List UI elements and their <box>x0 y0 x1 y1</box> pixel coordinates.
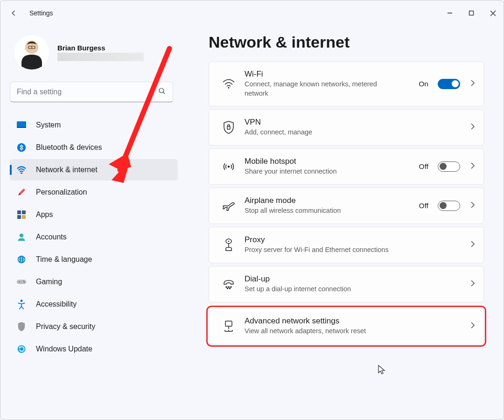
svg-point-29 <box>228 165 230 167</box>
card-title: Mobile hotspot <box>245 157 414 166</box>
svg-point-27 <box>228 87 229 88</box>
wifi-icon <box>217 79 240 89</box>
nav-label: Accessibility <box>36 300 77 308</box>
chevron-right-icon <box>470 162 475 171</box>
card-desc: Stop all wireless communication <box>245 206 394 215</box>
svg-rect-18 <box>22 215 26 219</box>
card-title: Dial-up <box>245 274 466 284</box>
gaming-icon <box>16 277 27 287</box>
nav-label: Network & internet <box>36 166 98 174</box>
hotspot-toggle[interactable] <box>438 161 460 172</box>
nav-label: Windows Update <box>36 345 92 353</box>
card-desc: Proxy server for Wi-Fi and Ethernet conn… <box>245 245 394 254</box>
svg-point-14 <box>21 172 22 174</box>
sidebar-item-bluetooth[interactable]: Bluetooth & devices <box>10 137 178 158</box>
accessibility-icon <box>16 299 27 309</box>
card-proxy[interactable]: Proxy Proxy server for Wi-Fi and Etherne… <box>209 227 484 263</box>
network-icon <box>16 165 27 175</box>
sidebar-item-apps[interactable]: Apps <box>10 204 178 225</box>
main-content: Network & internet Wi-Fi Connect, manage… <box>187 26 504 420</box>
user-name: Brian Burgess <box>57 44 144 52</box>
nav-label: Time & language <box>36 255 92 264</box>
settings-window: Settings <box>0 0 504 420</box>
nav-label: Gaming <box>36 278 62 286</box>
paint-icon <box>16 187 27 197</box>
sidebar-item-accounts[interactable]: Accounts <box>10 226 178 248</box>
wifi-toggle[interactable] <box>438 79 460 89</box>
card-vpn[interactable]: VPN Add, connect, manage <box>209 109 484 146</box>
sidebar-item-system[interactable]: System <box>10 114 178 136</box>
settings-cards: Wi-Fi Connect, manage known networks, me… <box>209 62 484 344</box>
svg-rect-17 <box>17 215 21 219</box>
nav-label: Privacy & security <box>36 322 95 331</box>
card-desc: Set up a dial-up internet connection <box>245 284 394 294</box>
privacy-icon <box>16 322 27 332</box>
svg-point-36 <box>230 288 231 289</box>
wifi-state-label: On <box>419 80 428 88</box>
hotspot-icon <box>217 161 240 172</box>
card-title: Advanced network settings <box>245 316 466 326</box>
airplane-state-label: Off <box>419 202 428 210</box>
card-title: Wi-Fi <box>245 70 414 79</box>
back-button[interactable] <box>6 5 22 21</box>
minimize-button[interactable] <box>439 5 461 21</box>
hotspot-state-label: Off <box>419 162 428 171</box>
sidebar-item-personalization[interactable]: Personalization <box>10 182 178 203</box>
proxy-icon <box>217 238 240 252</box>
svg-point-32 <box>226 287 227 287</box>
card-desc: Connect, manage known networks, metered … <box>245 79 394 98</box>
svg-point-22 <box>19 281 20 282</box>
bluetooth-icon <box>16 142 27 153</box>
chevron-right-icon <box>470 322 475 331</box>
advanced-icon <box>217 320 240 333</box>
svg-rect-11 <box>17 121 26 128</box>
svg-point-24 <box>24 282 25 283</box>
card-hotspot[interactable]: Mobile hotspot Share your internet conne… <box>209 148 484 185</box>
card-dialup[interactable]: Dial-up Set up a dial-up internet connec… <box>209 266 484 302</box>
sidebar-item-update[interactable]: Windows Update <box>10 338 178 360</box>
search-input[interactable] <box>17 88 158 96</box>
titlebar: Settings <box>0 0 504 26</box>
svg-point-31 <box>228 240 230 242</box>
window-controls <box>439 5 504 21</box>
accounts-icon <box>16 232 27 242</box>
svg-rect-1 <box>469 11 474 15</box>
sidebar-item-network[interactable]: Network & internet <box>10 159 178 181</box>
card-advanced[interactable]: Advanced network settings View all netwo… <box>209 308 484 344</box>
svg-rect-16 <box>22 210 26 214</box>
update-icon <box>16 344 27 354</box>
airplane-toggle[interactable] <box>438 201 460 211</box>
chevron-right-icon <box>470 79 475 89</box>
nav-label: Personalization <box>36 188 87 196</box>
vpn-icon <box>217 120 240 134</box>
svg-rect-12 <box>17 127 26 128</box>
card-desc: View all network adapters, network reset <box>245 326 394 336</box>
card-desc: Share your internet connection <box>245 167 394 176</box>
sidebar-item-gaming[interactable]: Gaming <box>10 271 178 293</box>
page-title: Network & internet <box>209 33 488 51</box>
sidebar-item-accessibility[interactable]: Accessibility <box>10 294 178 315</box>
search-box[interactable] <box>10 82 173 102</box>
chevron-right-icon <box>470 240 475 250</box>
sidebar-item-time[interactable]: Time & language <box>10 249 178 270</box>
svg-point-25 <box>21 300 23 302</box>
chevron-right-icon <box>470 280 475 289</box>
card-title: VPN <box>245 118 466 127</box>
close-button[interactable] <box>482 5 504 21</box>
airplane-icon <box>217 199 240 212</box>
user-profile[interactable]: Brian Burgess <box>10 35 178 70</box>
nav-label: Accounts <box>36 233 67 241</box>
card-desc: Add, connect, manage <box>245 127 394 137</box>
system-icon <box>16 120 27 130</box>
card-title: Proxy <box>245 235 466 245</box>
card-wifi[interactable]: Wi-Fi Connect, manage known networks, me… <box>209 62 484 106</box>
svg-line-10 <box>163 92 165 94</box>
sidebar-item-privacy[interactable]: Privacy & security <box>10 316 178 337</box>
svg-point-9 <box>159 88 164 93</box>
card-airplane[interactable]: Airplane mode Stop all wireless communic… <box>209 188 484 224</box>
svg-point-19 <box>20 234 23 238</box>
search-icon <box>158 87 166 97</box>
avatar <box>14 35 49 70</box>
maximize-button[interactable] <box>461 5 482 21</box>
nav-label: Bluetooth & devices <box>36 143 102 152</box>
